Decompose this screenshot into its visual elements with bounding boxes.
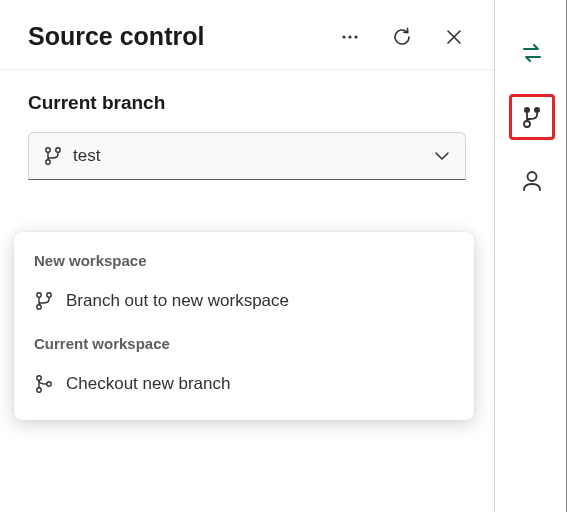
close-icon	[444, 27, 464, 47]
svg-point-10	[37, 388, 41, 392]
rail-branch-button[interactable]	[509, 94, 555, 140]
scroll-edge	[559, 0, 567, 512]
svg-point-1	[348, 35, 351, 38]
branch-select[interactable]: test	[28, 132, 466, 180]
refresh-button[interactable]	[390, 25, 414, 49]
svg-point-0	[342, 35, 345, 38]
panel-header: Source control	[0, 0, 494, 69]
branch-icon	[43, 146, 63, 166]
svg-point-14	[524, 121, 530, 127]
dropdown-group-label: New workspace	[14, 246, 474, 281]
svg-point-13	[534, 107, 540, 113]
svg-point-9	[37, 376, 41, 380]
dropdown-item-branch-out[interactable]: Branch out to new workspace	[14, 281, 474, 321]
right-rail	[494, 0, 567, 512]
close-button[interactable]	[442, 25, 466, 49]
dropdown-group-label: Current workspace	[14, 321, 474, 364]
branch-icon	[34, 291, 54, 311]
branch-icon	[520, 105, 544, 129]
section-label: Current branch	[28, 92, 466, 114]
svg-point-3	[46, 148, 50, 152]
svg-point-6	[37, 293, 41, 297]
dropdown-item-label: Branch out to new workspace	[66, 291, 289, 311]
svg-point-2	[354, 35, 357, 38]
dropdown-item-label: Checkout new branch	[66, 374, 230, 394]
rail-swap-button[interactable]	[509, 30, 555, 76]
svg-point-8	[47, 293, 51, 297]
header-actions	[338, 25, 466, 49]
current-branch-section: Current branch test	[0, 70, 494, 196]
more-button[interactable]	[338, 25, 362, 49]
branch-dropdown: New workspace Branch out to new workspac…	[14, 232, 474, 420]
svg-point-11	[47, 382, 51, 386]
rail-profile-button[interactable]	[509, 158, 555, 204]
svg-point-12	[524, 107, 530, 113]
svg-point-5	[56, 148, 60, 152]
svg-point-15	[528, 172, 537, 181]
merge-icon	[34, 374, 54, 394]
more-icon	[339, 26, 361, 48]
page-title: Source control	[28, 22, 328, 51]
source-control-panel: Source control	[0, 0, 494, 512]
svg-point-7	[37, 305, 41, 309]
svg-point-4	[46, 160, 50, 164]
chevron-down-icon	[433, 147, 451, 165]
profile-icon	[520, 169, 544, 193]
branch-select-value: test	[73, 146, 423, 166]
refresh-icon	[391, 26, 413, 48]
dropdown-item-checkout[interactable]: Checkout new branch	[14, 364, 474, 404]
swap-icon	[519, 40, 545, 66]
